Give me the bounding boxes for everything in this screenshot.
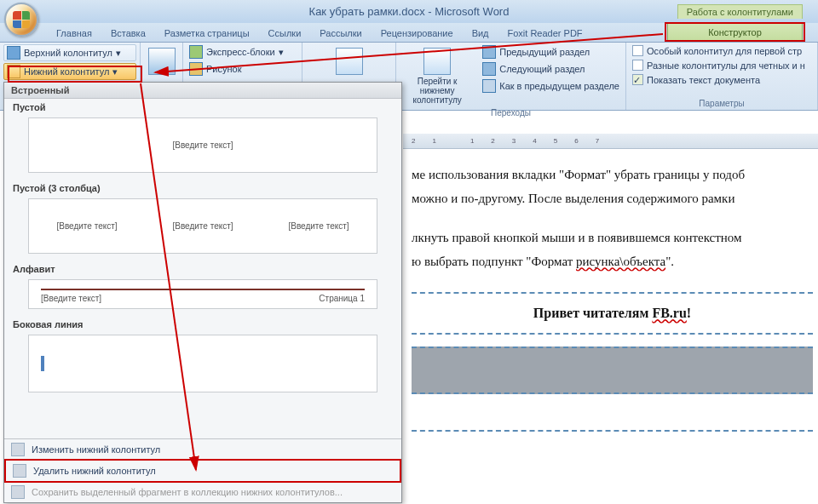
link-prev[interactable]: Как в предыдущем разделе — [480, 78, 622, 94]
checkbox-icon — [632, 60, 643, 71]
tab-insert[interactable]: Вставка — [101, 25, 155, 42]
edit-footer-option[interactable]: Изменить нижний колонтитул — [4, 439, 401, 460]
office-logo-icon — [13, 11, 30, 28]
preview-alphabet[interactable]: [Введите текст]Страница 1 — [28, 279, 377, 309]
tab-mailings[interactable]: Рассылки — [310, 25, 371, 42]
picture-button[interactable]: Рисунок — [187, 61, 298, 77]
contextual-tab-title: Работа с колонтитулами — [677, 4, 803, 19]
gallery-item-alphabet[interactable]: Алфавит — [4, 261, 401, 278]
opt-odd-even[interactable]: Разные колонтитулы для четных и н — [630, 59, 814, 72]
office-button[interactable] — [4, 3, 38, 37]
tab-view[interactable]: Вид — [463, 25, 498, 42]
goto-footer-button[interactable]: Перейти к нижнему колонтитулу — [400, 44, 475, 106]
window-title: Как убрать рамки.docx - Microsoft Word — [309, 5, 510, 18]
tab-references[interactable]: Ссылки — [259, 25, 311, 42]
preview-3col[interactable]: [Введите текст] [Введите текст] [Введите… — [28, 198, 377, 254]
building-blocks[interactable]: Экспресс-блоки ▾ — [187, 44, 298, 60]
datetime-button[interactable] — [144, 44, 179, 78]
footer-region[interactable]: Привет читателям FB.ru! — [412, 292, 813, 335]
sidebar-glyph — [41, 356, 44, 371]
page-gap — [412, 346, 813, 394]
link-icon — [482, 79, 496, 93]
document-body[interactable]: ме использования вкладки "Формат" убрать… — [403, 149, 818, 432]
tab-review[interactable]: Рецензирование — [372, 25, 463, 42]
opt-show-doc[interactable]: ✓Показать текст документа — [630, 73, 814, 86]
gallery-item-3col[interactable]: Пустой (3 столбца) — [4, 180, 401, 197]
remove-icon — [13, 464, 26, 478]
save-selection-option: Сохранить выделенный фрагмент в коллекци… — [4, 482, 401, 502]
group-nav-label: Переходы — [400, 106, 622, 119]
gallery-item-sideline[interactable]: Боковая линия — [4, 316, 401, 333]
footer-gallery-dropdown: Встроенный Пустой [Введите текст] Пустой… — [3, 82, 402, 503]
footer-dropdown[interactable]: Нижний колонтитул ▾ — [3, 63, 136, 80]
prev-section[interactable]: Предыдущий раздел — [480, 44, 622, 60]
checkbox-icon — [632, 45, 643, 56]
tab-layout[interactable]: Разметка страницы — [155, 25, 259, 42]
datetime-icon — [148, 48, 176, 75]
document-area: 211234567 ме использования вкладки "Форм… — [403, 134, 818, 504]
footer-icon — [7, 65, 20, 78]
prev-icon — [482, 45, 496, 59]
remove-footer-option[interactable]: Удалить нижний колонтитул — [4, 459, 401, 483]
preview-sideline[interactable] — [28, 335, 377, 392]
header-label: Верхний колонтитул — [24, 48, 112, 58]
next-icon — [482, 62, 496, 76]
ribbon-tabs: Главная Вставка Разметка страницы Ссылки… — [0, 23, 818, 43]
header-region[interactable] — [412, 406, 813, 432]
group-options-label: Параметры — [630, 97, 814, 110]
picture-icon — [189, 62, 203, 76]
next-section[interactable]: Следующий раздел — [480, 61, 622, 77]
footer-label: Нижний колонтитул — [24, 66, 109, 77]
opt-first-page[interactable]: Особый колонтитул для первой стр — [630, 44, 814, 57]
tab-foxit[interactable]: Foxit Reader PDF — [498, 25, 592, 42]
header-icon — [7, 46, 20, 60]
horizontal-ruler[interactable]: 211234567 — [403, 134, 818, 149]
tab-constructor[interactable]: Конструктор — [667, 23, 803, 42]
gallery-header: Встроенный — [4, 83, 401, 99]
blocks-icon — [189, 45, 203, 59]
goto-footer-icon — [423, 48, 451, 75]
preview-empty[interactable]: [Введите текст] — [28, 117, 377, 173]
save-icon — [11, 485, 25, 499]
edit-icon — [11, 443, 25, 456]
goto-header-button[interactable] — [306, 44, 392, 78]
goto-header-icon — [336, 48, 363, 75]
tab-home[interactable]: Главная — [47, 25, 101, 42]
gallery-item-empty[interactable]: Пустой — [4, 99, 401, 116]
header-dropdown[interactable]: Верхний колонтитул ▾ — [3, 44, 136, 61]
checkbox-icon: ✓ — [632, 74, 643, 85]
